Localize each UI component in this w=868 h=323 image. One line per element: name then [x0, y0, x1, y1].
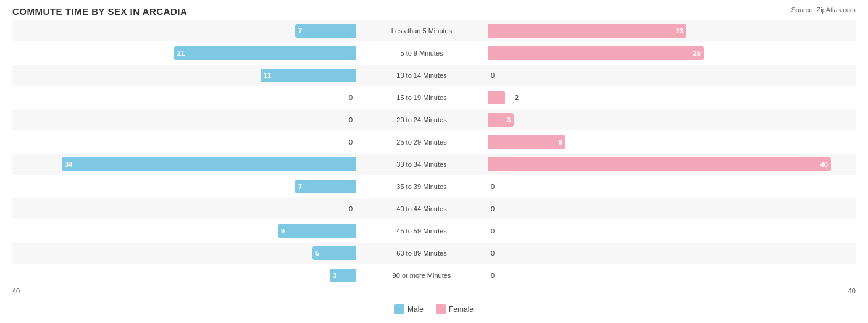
- female-value-zero: 0: [491, 250, 495, 257]
- bar-row: 3430 to 34 Minutes40: [12, 154, 856, 175]
- axis-label-left: 40: [12, 287, 20, 295]
- left-section: 9: [12, 224, 358, 238]
- row-label: 10 to 14 Minutes: [358, 72, 485, 79]
- male-value-zero: 0: [349, 205, 353, 212]
- right-section: 3: [485, 113, 831, 127]
- row-label: 15 to 19 Minutes: [358, 94, 485, 101]
- male-value: 7: [298, 183, 302, 190]
- right-section: 0: [485, 272, 831, 279]
- bar-row: 040 to 44 Minutes0: [12, 198, 856, 219]
- right-section: 2: [485, 91, 831, 104]
- legend-female-label: Female: [449, 305, 474, 314]
- row-label: 35 to 39 Minutes: [358, 183, 485, 190]
- female-value-zero: 0: [491, 205, 495, 212]
- bar-row: 735 to 39 Minutes0: [12, 176, 856, 197]
- source-label: Source: ZipAtlas.com: [791, 6, 856, 14]
- legend-male-box: [394, 304, 404, 314]
- male-bar: 34: [62, 157, 356, 171]
- left-section: 0: [12, 94, 358, 101]
- female-bar: 25: [488, 46, 704, 60]
- row-label: 40 to 44 Minutes: [358, 205, 485, 212]
- male-value-zero: 0: [349, 138, 353, 146]
- male-value: 11: [264, 72, 271, 79]
- left-section: 0: [12, 116, 358, 124]
- bar-row: 020 to 24 Minutes3: [12, 109, 856, 130]
- male-bar: 3: [330, 269, 356, 282]
- row-label: 45 to 59 Minutes: [358, 227, 485, 235]
- right-section: 0: [485, 250, 831, 257]
- female-value-zero: 0: [491, 272, 495, 279]
- left-section: 3: [12, 269, 358, 282]
- female-bar: 40: [488, 157, 831, 171]
- male-value: 9: [281, 227, 285, 235]
- row-label: 5 to 9 Minutes: [358, 49, 485, 57]
- male-value: 3: [333, 272, 336, 279]
- chart-legend: Male Female: [12, 304, 856, 314]
- female-value: 40: [820, 161, 828, 168]
- row-label: Less than 5 Minutes: [358, 27, 485, 35]
- female-bar: 23: [488, 24, 686, 38]
- left-section: 34: [12, 157, 358, 171]
- bar-row: 1110 to 14 Minutes0: [12, 65, 856, 86]
- legend-male-label: Male: [407, 305, 424, 314]
- male-bar: 7: [295, 24, 356, 38]
- female-bar: 2: [488, 91, 505, 104]
- left-section: 21: [12, 46, 358, 60]
- row-label: 60 to 89 Minutes: [358, 250, 485, 257]
- legend-female: Female: [436, 304, 474, 314]
- male-bar: 5: [312, 246, 356, 260]
- female-value: 9: [559, 138, 562, 146]
- male-value: 34: [65, 161, 72, 168]
- bar-row: 945 to 59 Minutes0: [12, 220, 856, 241]
- male-value: 21: [177, 49, 185, 57]
- chart-title: COMMUTE TIME BY SEX IN ARCADIA: [12, 6, 856, 17]
- left-section: 7: [12, 180, 358, 193]
- male-bar: 9: [278, 224, 356, 238]
- female-value-zero: 0: [491, 227, 495, 235]
- male-value-zero: 0: [349, 116, 353, 124]
- chart-container: COMMUTE TIME BY SEX IN ARCADIA Source: Z…: [0, 0, 868, 323]
- left-section: 11: [12, 69, 358, 82]
- left-section: 7: [12, 24, 358, 38]
- right-section: 25: [485, 46, 831, 60]
- bar-row: 560 to 89 Minutes0: [12, 243, 856, 264]
- bar-row: 7Less than 5 Minutes23: [12, 20, 856, 41]
- row-label: 90 or more Minutes: [358, 272, 485, 279]
- left-section: 0: [12, 138, 358, 146]
- legend-female-box: [436, 304, 446, 314]
- axis-row: 4040: [12, 287, 856, 300]
- female-value: 2: [515, 94, 519, 101]
- female-value-zero: 0: [491, 72, 495, 79]
- row-label: 30 to 34 Minutes: [358, 161, 485, 168]
- row-label: 25 to 29 Minutes: [358, 138, 485, 146]
- female-bar: 9: [488, 135, 565, 149]
- bar-row: 215 to 9 Minutes25: [12, 43, 856, 64]
- male-value-zero: 0: [349, 94, 353, 101]
- male-bar: 11: [261, 69, 356, 82]
- right-section: 40: [485, 157, 831, 171]
- male-bar: 7: [295, 180, 356, 193]
- male-value: 5: [315, 250, 319, 257]
- right-section: 9: [485, 135, 831, 149]
- row-label: 20 to 24 Minutes: [358, 116, 485, 124]
- male-value: 7: [298, 27, 302, 35]
- legend-male: Male: [394, 304, 424, 314]
- right-section: 0: [485, 205, 831, 212]
- left-section: 0: [12, 205, 358, 212]
- axis-label-right: 40: [848, 287, 856, 295]
- right-section: 0: [485, 183, 831, 190]
- right-section: 0: [485, 72, 831, 79]
- right-section: 0: [485, 227, 831, 235]
- bar-row: 015 to 19 Minutes2: [12, 87, 856, 108]
- female-value: 3: [507, 116, 511, 124]
- bar-row: 025 to 29 Minutes9: [12, 132, 856, 153]
- female-value: 25: [693, 49, 701, 57]
- female-bar: 3: [488, 113, 514, 127]
- chart-area: 7Less than 5 Minutes23215 to 9 Minutes25…: [12, 20, 856, 300]
- bar-row: 390 or more Minutes0: [12, 265, 856, 286]
- right-section: 23: [485, 24, 831, 38]
- left-section: 5: [12, 246, 358, 260]
- female-value: 23: [676, 27, 683, 35]
- male-bar: 21: [174, 46, 356, 60]
- female-value-zero: 0: [491, 183, 495, 190]
